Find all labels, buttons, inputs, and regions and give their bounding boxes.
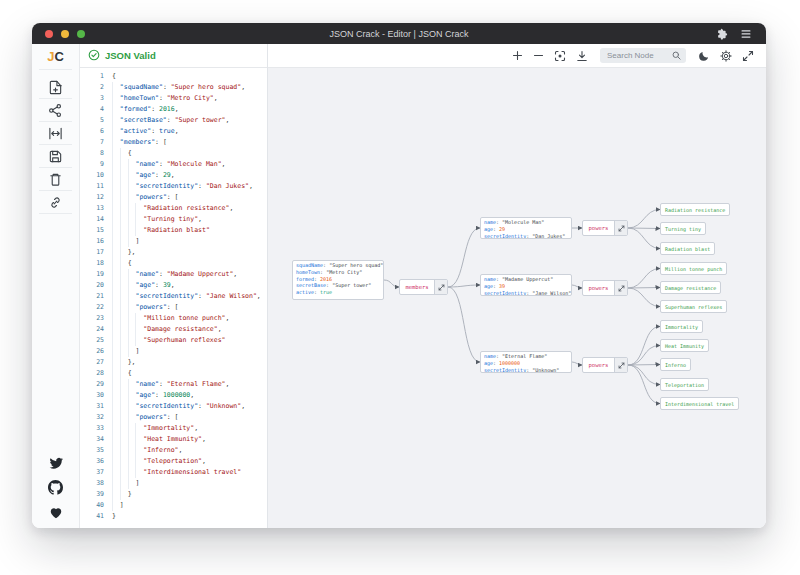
search-node-input[interactable]	[605, 50, 669, 61]
editor-line[interactable]: 6 "active": true,	[80, 126, 267, 137]
editor-line[interactable]: 10 "age": 29,	[80, 170, 267, 181]
editor-line[interactable]: 19 "name": "Madame Uppercut",	[80, 269, 267, 280]
editor-line[interactable]: 32 "powers": [	[80, 412, 267, 423]
sidebar-item-share-link[interactable]	[32, 191, 79, 213]
editor-line[interactable]: 1{	[80, 71, 267, 82]
line-number: 17	[80, 247, 104, 258]
editor-line[interactable]: 24 "Damage resistance",	[80, 324, 267, 335]
valid-check-icon	[88, 47, 100, 65]
sidebar-item-delete[interactable]	[32, 168, 79, 190]
line-number: 33	[80, 423, 104, 434]
graph-node-power-leaf[interactable]: Radiation resistance	[660, 203, 730, 216]
editor-line[interactable]: 4 "formed": 2016,	[80, 104, 267, 115]
editor-line[interactable]: 12 "powers": [	[80, 192, 267, 203]
line-number: 39	[80, 489, 104, 500]
editor-line[interactable]: 22 "powers": [	[80, 302, 267, 313]
editor-line[interactable]: 37 "Interdimensional travel"	[80, 467, 267, 478]
download-button[interactable]	[576, 50, 588, 62]
graph-node-powers-3[interactable]: powers	[582, 357, 628, 373]
sidebar-item-save[interactable]	[32, 145, 79, 167]
editor-line[interactable]: 2 "squadName": "Super hero squad",	[80, 82, 267, 93]
editor-line[interactable]: 17 },	[80, 247, 267, 258]
dark-mode-button[interactable]	[698, 50, 710, 62]
editor-line[interactable]: 8 {	[80, 148, 267, 159]
editor-line[interactable]: 39 }	[80, 489, 267, 500]
editor-line[interactable]: 18 {	[80, 258, 267, 269]
sidebar-item-sponsor[interactable]	[49, 500, 63, 525]
editor-line[interactable]: 5 "secretBase": "Super tower",	[80, 115, 267, 126]
sidebar-item-fit-width[interactable]	[32, 122, 79, 144]
line-number: 28	[80, 368, 104, 379]
graph-node-powers-1[interactable]: powers	[582, 220, 628, 236]
json-code-editor[interactable]: 1{2 "squadName": "Super hero squad",3 "h…	[80, 68, 267, 528]
editor-line[interactable]: 40 ]	[80, 500, 267, 511]
editor-line[interactable]: 11 "secretIdentity": "Dan Jukes",	[80, 181, 267, 192]
editor-line[interactable]: 9 "name": "Molecule Man",	[80, 159, 267, 170]
editor-line[interactable]: 26 ]	[80, 346, 267, 357]
editor-line[interactable]: 13 "Radiation resistance",	[80, 203, 267, 214]
zoom-button[interactable]	[77, 30, 85, 38]
editor-line[interactable]: 20 "age": 39,	[80, 280, 267, 291]
line-number: 2	[80, 82, 104, 93]
graph-node-power-leaf[interactable]: Teleportation	[660, 378, 709, 391]
graph-node-power-leaf[interactable]: Million tonne punch	[660, 262, 727, 275]
graph-node-powers-2[interactable]: powers	[582, 280, 628, 296]
graph-view-icon	[48, 103, 63, 118]
graph-node-power-leaf[interactable]: Inferno	[660, 358, 691, 371]
editor-line[interactable]: 29 "name": "Eternal Flame",	[80, 379, 267, 390]
editor-line[interactable]: 3 "homeTown": "Metro City",	[80, 93, 267, 104]
graph-node-power-leaf[interactable]: Damage resistance	[660, 281, 721, 294]
editor-line[interactable]: 38 ]	[80, 478, 267, 489]
sidebar-item-new-document[interactable]	[32, 76, 79, 98]
editor-line[interactable]: 27 },	[80, 357, 267, 368]
zoom-out-button[interactable]	[533, 50, 544, 61]
editor-line[interactable]: 36 "Teleportation",	[80, 456, 267, 467]
graph-node-member-1[interactable]: name: "Molecule Man"age: 29secretIdentit…	[480, 217, 572, 239]
editor-line[interactable]: 28 {	[80, 368, 267, 379]
sidebar-item-graph-view[interactable]	[32, 99, 79, 121]
close-button[interactable]	[45, 30, 53, 38]
graph-node-power-leaf[interactable]: Immortality	[660, 320, 703, 333]
menu-icon[interactable]	[740, 28, 752, 40]
editor-line[interactable]: 21 "secretIdentity": "Jane Wilson",	[80, 291, 267, 302]
line-number: 3	[80, 93, 104, 104]
graph-node-power-leaf[interactable]: Heat Immunity	[660, 339, 709, 352]
line-number: 34	[80, 434, 104, 445]
editor-line[interactable]: 30 "age": 1000000,	[80, 390, 267, 401]
sidebar-item-github[interactable]	[48, 475, 63, 500]
graph-node-power-leaf[interactable]: Radiation blast	[660, 242, 715, 255]
editor-line[interactable]: 16 ]	[80, 236, 267, 247]
editor-line[interactable]: 34 "Heat Immunity",	[80, 434, 267, 445]
collapse-node-button[interactable]	[434, 280, 447, 294]
graph-node-power-leaf[interactable]: Superhuman reflexes	[660, 300, 727, 313]
app-logo[interactable]: JC	[32, 44, 79, 69]
minimize-button[interactable]	[61, 30, 69, 38]
settings-button[interactable]	[720, 50, 732, 62]
editor-line[interactable]: 15 "Radiation blast"	[80, 225, 267, 236]
editor-line[interactable]: 7 "members": [	[80, 137, 267, 148]
graph-node-member-3[interactable]: name: "Eternal Flame"age: 1000000secretI…	[480, 351, 572, 373]
editor-line[interactable]: 33 "Immortality",	[80, 423, 267, 434]
collapse-node-button[interactable]	[614, 281, 627, 295]
graph-node-members[interactable]: members	[399, 279, 448, 295]
github-icon	[48, 480, 63, 495]
center-focus-button[interactable]	[554, 50, 566, 62]
editor-line[interactable]: 35 "Inferno",	[80, 445, 267, 456]
editor-line[interactable]: 14 "Turning tiny",	[80, 214, 267, 225]
line-number: 20	[80, 280, 104, 291]
graph-node-power-leaf[interactable]: Turning tiny	[660, 222, 706, 235]
extension-puzzle-icon[interactable]	[717, 28, 729, 40]
collapse-node-button[interactable]	[614, 221, 627, 235]
fullscreen-button[interactable]	[742, 50, 754, 62]
graph-node-member-2[interactable]: name: "Madame Uppercut"age: 39secretIden…	[480, 274, 572, 296]
graph-canvas[interactable]: squadName: "Super hero squad"homeTown: "…	[268, 68, 766, 528]
graph-node-squad[interactable]: squadName: "Super hero squad"homeTown: "…	[292, 260, 384, 300]
collapse-node-button[interactable]	[614, 358, 627, 372]
editor-line[interactable]: 31 "secretIdentity": "Unknown",	[80, 401, 267, 412]
graph-node-power-leaf[interactable]: Interdimensional travel	[660, 397, 739, 410]
editor-line[interactable]: 41}	[80, 511, 267, 522]
editor-line[interactable]: 25 "Superhuman reflexes"	[80, 335, 267, 346]
sidebar-item-twitter[interactable]	[49, 450, 63, 475]
zoom-in-button[interactable]	[512, 50, 523, 61]
editor-line[interactable]: 23 "Million tonne punch",	[80, 313, 267, 324]
